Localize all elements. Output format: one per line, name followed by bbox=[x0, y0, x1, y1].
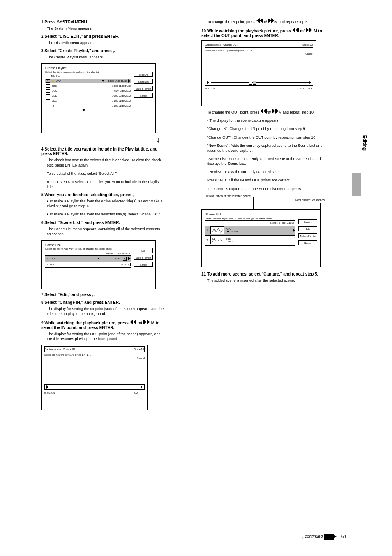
scene-list-callout-wrap: Total duration of the selected scene Tot… bbox=[201, 195, 325, 269]
cancel-label[interactable]: Cancel bbox=[44, 357, 145, 359]
cancel-button[interactable]: Cancel bbox=[134, 93, 153, 98]
change-out-desc: "Change OUT": Changes the OUT point by r… bbox=[207, 135, 333, 140]
cancel-button[interactable]: Cancel bbox=[134, 262, 153, 267]
scene-num: 1 bbox=[205, 229, 209, 232]
progress-bar[interactable] bbox=[205, 80, 313, 86]
scene-list-button[interactable]: Scene List bbox=[134, 79, 153, 84]
right-column: To change the IN point, press m/ M and r… bbox=[201, 16, 333, 286]
scene-thumb-row[interactable]: 2 BBB 0:20:09 bbox=[205, 236, 295, 246]
svg-rect-1 bbox=[212, 238, 214, 240]
step-5-opt1: • To make a Playlist title from the enti… bbox=[47, 199, 164, 208]
scene-thumb-row[interactable]: 1 AAA 0:13:19 bbox=[205, 226, 295, 236]
down-arrow-icon: ↓ bbox=[41, 135, 164, 144]
title-row[interactable]: FFF 21:00-21:30 28/12 bbox=[45, 103, 131, 108]
step-10-press-enter: Press ENTER if the IN and OUT points are… bbox=[207, 178, 333, 183]
capture-in-screen: Capture scene - Change IN Scene 1/2 Sele… bbox=[41, 345, 148, 410]
screen-title: Scene List bbox=[45, 243, 152, 247]
fastforward-icon bbox=[306, 28, 312, 33]
thumb-info: AAA 0:13:19 bbox=[226, 228, 291, 233]
scroll-down-icon[interactable] bbox=[82, 109, 85, 111]
in-marker[interactable] bbox=[95, 385, 98, 389]
out-marker[interactable] bbox=[253, 81, 256, 85]
scene-num: 2 bbox=[45, 263, 49, 266]
checkbox-icon[interactable] bbox=[46, 104, 50, 107]
capture-titlebar: Capture scene - Change IN Scene 1/2 bbox=[44, 346, 145, 352]
step-5-title: 5 When you are finished selecting titles… bbox=[41, 192, 164, 197]
timeline-bar[interactable] bbox=[51, 387, 143, 387]
screen-header: Scenes: 2 Total: 0:33:28 bbox=[205, 221, 295, 225]
scene-dur: 0:13:19 bbox=[101, 257, 122, 260]
in-time: IN 0:10:26 bbox=[205, 87, 215, 90]
step-1-body: The System Menu appears. bbox=[47, 26, 164, 31]
scene-list-screen: Scene List Select the scene you want to … bbox=[41, 240, 156, 289]
capture-button[interactable]: Capture bbox=[298, 219, 317, 224]
step-8-title: 8 Select "Change IN," and press ENTER. bbox=[41, 300, 164, 305]
step-4-body1: The check box next to the selected title… bbox=[47, 158, 164, 167]
checkbox-icon[interactable] bbox=[46, 94, 50, 97]
edit-button[interactable]: Edit bbox=[298, 226, 317, 231]
rewind-icon bbox=[260, 109, 267, 115]
row-date: 21:00-21:30 25/12 bbox=[109, 100, 131, 102]
row-name: FFF bbox=[51, 104, 109, 107]
lock-icon: 🔒 bbox=[51, 79, 55, 83]
title-row[interactable]: CCC 9:00- 9:30 25/12 bbox=[45, 88, 131, 93]
titlebar-text: Capture scene - Change OUT bbox=[205, 44, 238, 46]
new-scene-desc: "New Scene": Adds the currently captured… bbox=[207, 143, 333, 153]
fastforward-icon bbox=[143, 320, 150, 325]
scene-num: 2 bbox=[205, 239, 209, 241]
title-row[interactable]: DDD 20:00-20:30 25/12 bbox=[45, 93, 131, 98]
checkbox-icon[interactable] bbox=[46, 99, 50, 102]
create-playlist-screen: Create Playlist Select the titles you wa… bbox=[41, 63, 156, 133]
edit-badge-icon: ✎ bbox=[123, 257, 127, 261]
step-11-title: 11 To add more scenes, select "Capture,"… bbox=[201, 272, 333, 276]
timeline-bar[interactable] bbox=[211, 82, 311, 83]
callout-line bbox=[253, 197, 254, 211]
selected-arrow-icon bbox=[128, 79, 131, 83]
scene-dur: 0:20:09 bbox=[105, 263, 126, 266]
cancel-button[interactable]: Cancel bbox=[298, 240, 317, 245]
scene-row[interactable]: 1 AAA 0:13:19 ✎ bbox=[45, 256, 131, 262]
row-date: 20:00-20:30 25/12 bbox=[109, 95, 131, 97]
capture-display-intro: • The display for the scene capture appe… bbox=[207, 118, 333, 123]
step-10-title: 10 While watching the playback picture, … bbox=[201, 28, 333, 38]
scene-row[interactable]: 2 BBB 0:20:09 ✎ bbox=[45, 262, 131, 268]
cancel-label[interactable]: Cancel bbox=[205, 53, 313, 55]
step-10-captured: The scene is captured, and the Scene Lis… bbox=[207, 186, 333, 191]
titlebar-text: Capture scene - Change IN bbox=[45, 348, 75, 350]
checkbox-icon[interactable] bbox=[46, 89, 50, 93]
continued-arrow-icon bbox=[324, 534, 334, 540]
capture-titlebar: Capture scene - Change OUT Scene 1/2 bbox=[205, 42, 313, 48]
title-row[interactable]: 🔒 AAA 13:00-14:00 15/12 bbox=[45, 79, 131, 83]
out-time: OUT -:--:-- bbox=[134, 392, 145, 394]
make-playlist-button[interactable]: Make a Playlist bbox=[298, 233, 317, 238]
title-row[interactable]: EEE 21:00-21:30 25/12 bbox=[45, 98, 131, 103]
rewind-icon bbox=[292, 28, 299, 33]
step-6-body: The Scene List menu appears, containing … bbox=[47, 227, 164, 236]
in-marker[interactable] bbox=[249, 81, 252, 85]
step-6-title: 6 Select "Scene List," and press ENTER. bbox=[41, 220, 164, 225]
fastforward-icon bbox=[272, 109, 279, 115]
edit-button[interactable]: Edit bbox=[134, 248, 153, 253]
step-9-title: 9 While watching the playback picture, p… bbox=[41, 320, 164, 330]
make-playlist-button[interactable]: Make a Playlist bbox=[134, 255, 153, 260]
scene-counter: Scene 1/2 bbox=[134, 348, 144, 350]
timing-row: IN 0:10:26 OUT -:--:-- bbox=[44, 392, 145, 394]
header-change-in: To change the IN point, press m/ M and r… bbox=[207, 18, 333, 24]
checkbox-icon[interactable] bbox=[46, 84, 50, 88]
row-date: 21:00-21:30 28/12 bbox=[109, 104, 131, 107]
checkbox-icon[interactable] bbox=[46, 79, 50, 83]
change-in-desc: "Change IN": Changes the IN point by rep… bbox=[207, 126, 333, 131]
screen-columns: Title Date bbox=[45, 75, 131, 77]
title-row[interactable]: BBB 20:00-21:00 17/12 bbox=[45, 83, 131, 88]
row-date: 20:00-21:00 17/12 bbox=[109, 85, 131, 87]
play-icon bbox=[207, 81, 209, 84]
thumbnail-icon bbox=[210, 226, 224, 234]
thumb-info: BBB 0:20:09 bbox=[226, 238, 295, 243]
make-playlist-button[interactable]: Make a Playlist bbox=[134, 86, 153, 91]
select-all-button[interactable]: Select All bbox=[134, 72, 153, 77]
step-2-body: The Disc Edit menu appears. bbox=[47, 40, 164, 45]
side-tab bbox=[352, 173, 361, 196]
progress-bar[interactable] bbox=[44, 384, 145, 390]
thumbnail-icon bbox=[210, 236, 224, 244]
capture-out-screen: Capture scene - Change OUT Scene 1/2 Sel… bbox=[201, 40, 316, 106]
